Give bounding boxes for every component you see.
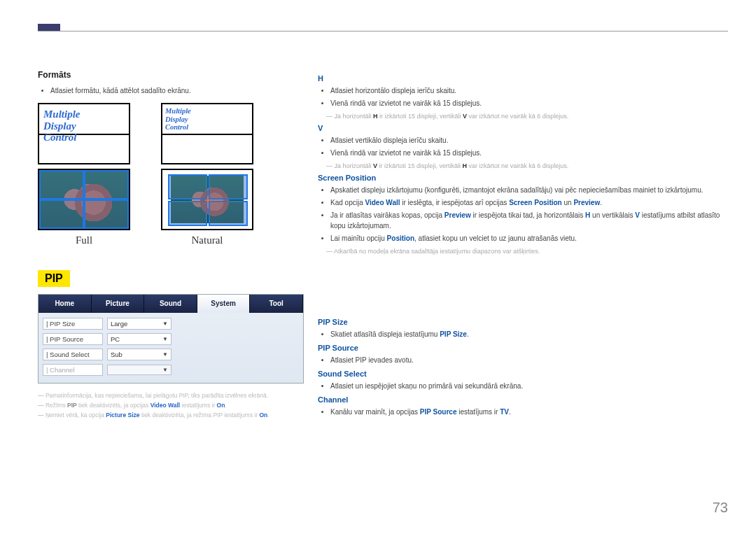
pip-tab-tool[interactable]: Tool (250, 295, 303, 313)
pip-rows: | PIP SizeLarge▼| PIP SourcePC▼| Sound S… (38, 313, 303, 383)
bullet: Kanālu var mainīt, ja opcijas PIP Source… (330, 407, 728, 417)
pip-row-select[interactable]: PC▼ (107, 333, 172, 345)
header-rule (38, 31, 728, 31)
pip-tab-system[interactable]: System (197, 295, 251, 313)
section-head-pip-source: PIP Source (318, 344, 728, 352)
section-head-screen-position: Screen Position (318, 174, 728, 182)
pip-tab-home[interactable]: Home (38, 295, 92, 313)
section-head-v: V (318, 124, 728, 132)
pip-row-pip-source: | PIP SourcePC▼ (43, 331, 299, 346)
footnote: Pamatinformācija, kas nepieciešama, lai … (38, 392, 304, 399)
footnote: Ņemiet vērā, ka opcija Picture Size tiek… (38, 412, 304, 419)
bullet: Vienā rindā var izvietot ne vairāk kā 15… (330, 98, 728, 108)
pip-row-label: | Channel (43, 364, 103, 376)
flower-full (38, 169, 130, 230)
header-accent (38, 24, 60, 31)
pip-row-label: | PIP Source (43, 333, 103, 345)
bullet: Apskatiet displeju izkārtojumu (konfigur… (330, 185, 728, 195)
pip-row-select[interactable]: Large▼ (107, 318, 172, 330)
footnote: Ja horizontāli H ir izkārtoti 15 displej… (318, 113, 728, 120)
bullet: Vienā rindā var izvietot ne vairāk kā 15… (330, 148, 728, 158)
formats-diagram-row: Multiple Display Control Full Multiple D… (38, 103, 304, 246)
left-column: Formāts Atlasiet formātu, kādā attēlot s… (38, 70, 304, 421)
pip-row-sound-select: | Sound SelectSub▼ (43, 346, 299, 362)
right-top-sections: HAtlasiet horizontālo displeja ierīču sk… (318, 74, 728, 255)
bullet: Atlasiet vertikālo displeja ierīču skait… (330, 135, 728, 146)
pip-row-label: | Sound Select (43, 349, 103, 360)
right-pip-sections: PIP SizeSkatiet atlasītā displeja iestat… (318, 318, 728, 417)
section-head-channel: Channel (318, 395, 728, 404)
pip-row-select: ▼ (107, 365, 172, 375)
pip-row-channel: | Channel▼ (43, 362, 299, 377)
footnote: Atkarībā no modeļa ekrāna sadalītāja ies… (318, 248, 728, 255)
page-number: 73 (713, 500, 728, 516)
footnote: Ja horizontāli V ir izkārtoti 15 displej… (318, 162, 728, 169)
pip-tabs: HomePictureSoundSystemTool (38, 295, 303, 313)
pip-tab-picture[interactable]: Picture (92, 295, 145, 313)
formats-bullet: Atlasiet formātu, kādā attēlot sadalīto … (50, 85, 304, 96)
mdc-full-box: Multiple Display Control (38, 103, 130, 164)
bullet: Atlasiet horizontālo displeja ierīču ska… (330, 85, 728, 96)
bullet: Skatiet atlasītā displeja iestatījumu PI… (330, 329, 728, 339)
pip-tab-sound[interactable]: Sound (144, 295, 197, 313)
bullet: Lai mainītu opciju Position, atlasiet ko… (330, 233, 728, 244)
section-head-sound-select: Sound Select (318, 370, 728, 378)
bullet: Atlasiet un iespējojiet skaņu no primārā… (330, 381, 728, 391)
formats-heading: Formāts (38, 70, 304, 80)
bullet: Kad opcija Video Wall ir ieslēgta, ir ie… (330, 197, 728, 208)
bullet: Atlasiet PIP ievades avotu. (330, 355, 728, 365)
chevron-down-icon: ▼ (162, 367, 168, 373)
pip-row-label: | PIP Size (43, 318, 103, 330)
chevron-down-icon: ▼ (162, 351, 168, 358)
mdc-natural-box: Multiple Display Control (161, 103, 253, 164)
flower-natural (161, 169, 253, 230)
pip-row-select[interactable]: Sub▼ (107, 349, 172, 360)
label-full: Full (76, 234, 92, 246)
chevron-down-icon: ▼ (162, 336, 168, 342)
format-full: Multiple Display Control Full (38, 103, 130, 246)
pip-badge: PIP (38, 270, 70, 287)
footnote: Režīms PIP tiek deaktivizēts, ja opcijas… (38, 402, 304, 409)
section-head-pip-size: PIP Size (318, 318, 728, 326)
left-footnotes: Pamatinformācija, kas nepieciešama, lai … (38, 392, 304, 419)
format-natural: Multiple Display Control Natural (161, 103, 253, 246)
mdc-text: Multiple Display Control (43, 108, 80, 143)
right-column: HAtlasiet horizontālo displeja ierīču sk… (318, 70, 728, 421)
section-head-h: H (318, 74, 728, 83)
bullet: Ja ir atlasītas vairākas kopas, opcija P… (330, 210, 728, 231)
chevron-down-icon: ▼ (162, 321, 168, 327)
pip-panel: HomePictureSoundSystemTool | PIP SizeLar… (38, 294, 304, 384)
mdc-text: Multiple Display Control (165, 107, 191, 132)
label-natural: Natural (192, 234, 223, 246)
pip-row-pip-size: | PIP SizeLarge▼ (43, 316, 299, 331)
